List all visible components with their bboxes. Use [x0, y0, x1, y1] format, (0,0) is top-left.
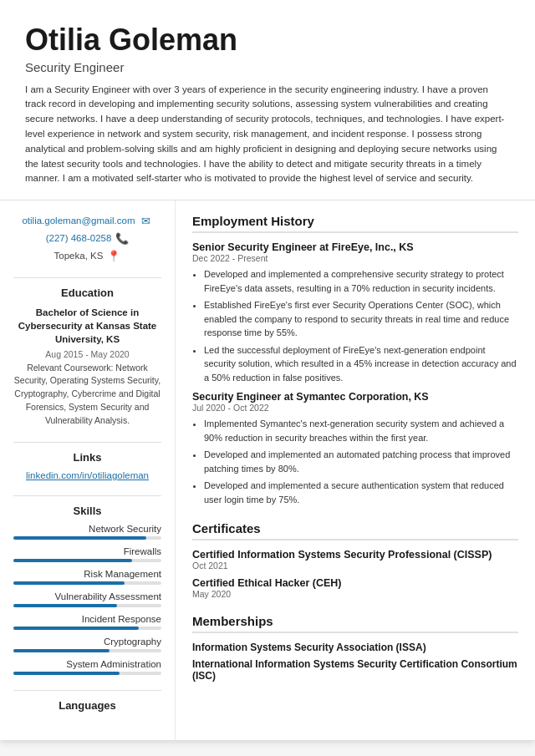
skill-name: Cryptography [13, 637, 161, 647]
skill-bar-fill [13, 536, 146, 540]
memberships-title: Memberships [192, 614, 518, 633]
skills-list: Network Security Firewalls Risk Manageme… [13, 524, 161, 675]
job-dates: Jul 2020 - Oct 2022 [192, 403, 518, 413]
cert-name: Certified Ethical Hacker (CEH) [192, 577, 518, 589]
skill-name: Risk Management [13, 569, 161, 579]
languages-section: Languages [13, 699, 161, 712]
skill-item: System Administration [13, 659, 161, 675]
phone-icon: 📞 [115, 231, 129, 245]
education-dates: Aug 2015 - May 2020 [13, 349, 161, 359]
divider-2 [13, 442, 161, 443]
skill-item: Firewalls [13, 546, 161, 562]
location-icon: 📍 [107, 249, 120, 262]
phone-item: (227) 468-0258 📞 [13, 231, 161, 245]
contact-section: otilia.goleman@gmail.com ✉ (227) 468-025… [13, 214, 161, 262]
skill-name: Vulnerability Assessment [13, 591, 161, 601]
skill-bar-bg [13, 604, 161, 607]
candidate-title: Security Engineer [25, 60, 510, 74]
skill-name: Network Security [13, 524, 161, 534]
linkedin-link[interactable]: linkedin.com/in/otiliagoleman [13, 470, 161, 480]
summary-text: I am a Security Engineer with over 3 yea… [25, 83, 510, 187]
employment-title: Employment History [192, 214, 518, 233]
certificates-title: Certificates [192, 521, 518, 540]
skill-item: Network Security [13, 524, 161, 540]
employment-section: Employment History Senior Security Engin… [192, 214, 518, 506]
cert-name: Certified Information Systems Security P… [192, 549, 518, 561]
bullet: Developed and implemented a secure authe… [204, 479, 518, 506]
skill-bar-bg [13, 581, 161, 585]
skill-bar-fill [13, 559, 132, 562]
divider-1 [13, 277, 161, 278]
location-item: Topeka, KS 📍 [13, 249, 161, 262]
jobs-list: Senior Security Engineer at FireEye, Inc… [192, 241, 518, 506]
job-bullets: Implemented Symantec's next-generation s… [192, 417, 518, 506]
resume-header: Otilia Goleman Security Engineer I am a … [0, 0, 535, 200]
cert-entry: Certified Information Systems Security P… [192, 549, 518, 571]
skill-bar-fill [13, 604, 117, 607]
main-content: Employment History Senior Security Engin… [176, 200, 535, 740]
skill-bar-bg [13, 536, 161, 540]
bullet: Implemented Symantec's next-generation s… [204, 417, 518, 444]
skill-bar-bg [13, 559, 161, 562]
links-title: Links [13, 451, 161, 464]
education-title: Education [13, 287, 161, 299]
skill-bar-fill [13, 581, 125, 585]
cert-entry: Certified Ethical Hacker (CEH) May 2020 [192, 577, 518, 599]
job-title: Senior Security Engineer at FireEye, Inc… [192, 241, 518, 253]
skill-item: Cryptography [13, 637, 161, 652]
bullet: Developed and implemented a comprehensiv… [204, 267, 518, 295]
bullet: Led the successful deployment of FireEye… [204, 343, 518, 385]
links-section: Links linkedin.com/in/otiliagoleman [13, 451, 161, 480]
resume-wrapper: Otilia Goleman Security Engineer I am a … [0, 0, 535, 740]
education-degree: Bachelor of Science in Cybersecurity at … [13, 306, 161, 346]
education-coursework: Relevant Coursework: Network Security, O… [13, 362, 161, 428]
sidebar: otilia.goleman@gmail.com ✉ (227) 468-025… [0, 200, 176, 740]
skill-bar-fill [13, 627, 139, 630]
bullet: Established FireEye's first ever Securit… [204, 298, 518, 340]
job-entry: Senior Security Engineer at FireEye, Inc… [192, 241, 518, 384]
resume-body: otilia.goleman@gmail.com ✉ (227) 468-025… [0, 200, 535, 740]
skill-bar-bg [13, 672, 161, 675]
email-item[interactable]: otilia.goleman@gmail.com ✉ [13, 214, 161, 227]
skills-section: Skills Network Security Firewalls Risk M… [13, 505, 161, 675]
divider-4 [13, 690, 161, 691]
location-text: Topeka, KS [54, 251, 104, 261]
job-bullets: Developed and implemented a comprehensiv… [192, 267, 518, 384]
job-dates: Dec 2022 - Present [192, 253, 518, 263]
email-text: otilia.goleman@gmail.com [22, 216, 135, 226]
languages-title: Languages [13, 699, 161, 712]
skill-name: Firewalls [13, 546, 161, 556]
skills-title: Skills [13, 505, 161, 517]
skill-item: Incident Response [13, 614, 161, 630]
education-section: Education Bachelor of Science in Cyberse… [13, 287, 161, 427]
certificates-section: Certificates Certified Information Syste… [192, 521, 518, 599]
candidate-name: Otilia Goleman [25, 23, 510, 57]
skill-bar-bg [13, 627, 161, 630]
skill-name: Incident Response [13, 614, 161, 624]
skill-name: System Administration [13, 659, 161, 669]
membership-entry: International Information Systems Securi… [192, 658, 518, 682]
memberships-list: Information Systems Security Association… [192, 642, 518, 682]
skill-item: Risk Management [13, 569, 161, 585]
cert-date: May 2020 [192, 589, 518, 599]
skill-item: Vulnerability Assessment [13, 591, 161, 607]
bullet: Developed and implemented an automated p… [204, 448, 518, 475]
job-entry: Security Engineer at Symantec Corporatio… [192, 391, 518, 506]
certs-list: Certified Information Systems Security P… [192, 549, 518, 599]
email-icon: ✉ [140, 214, 153, 227]
phone-text: (227) 468-0258 [46, 233, 112, 243]
cert-date: Oct 2021 [192, 561, 518, 571]
job-title: Security Engineer at Symantec Corporatio… [192, 391, 518, 403]
skill-bar-fill [13, 649, 110, 652]
memberships-section: Memberships Information Systems Security… [192, 614, 518, 682]
membership-entry: Information Systems Security Association… [192, 642, 518, 653]
skill-bar-fill [13, 672, 120, 675]
skill-bar-bg [13, 649, 161, 652]
divider-3 [13, 495, 161, 496]
